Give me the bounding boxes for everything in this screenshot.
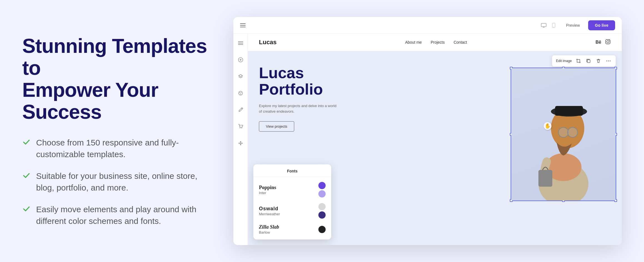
color-swatch-purple-deep[interactable] [318,211,326,219]
edit-image-label: Edit image [556,59,572,63]
font-row-3[interactable]: Zilla Slab Barlow [253,221,331,237]
svg-point-14 [241,128,242,128]
color-col-3 [318,226,326,233]
website-nav-icons: Bē [596,39,611,46]
golive-button[interactable]: Go live [588,20,615,30]
sidebar-icon-edit[interactable] [236,105,246,115]
app-topbar: Preview Go live [233,17,622,34]
svg-point-12 [240,94,241,95]
font-names-3: Zilla Slab Barlow [259,224,315,234]
svg-point-13 [239,128,240,128]
font-panel: Fonts Poppins Inter [253,164,331,239]
font-panel-header: Fonts [253,164,331,177]
features-list: Choose from 150 responsive and fully-cus… [22,137,217,227]
svg-point-2 [553,27,554,27]
more-options-icon[interactable] [605,58,612,64]
font-names-2: Oswald Merriweather [259,206,315,216]
image-edit-toolbar: Edit image [552,55,616,66]
color-col-2 [318,203,326,219]
duplicate-icon[interactable] [585,58,592,64]
svg-point-28 [568,127,578,137]
feature-item-2: Suitable for your business site, online … [22,170,217,194]
font-panel-list: Poppins Inter [253,177,331,239]
feature-item-1: Choose from 150 responsive and fully-cus… [22,137,217,160]
hero-cta-button[interactable]: View projects [259,121,294,132]
behance-icon: Bē [596,40,601,45]
desktop-icon[interactable] [540,21,548,29]
nav-link-projects[interactable]: Projects [431,40,445,45]
sidebar-icon-menu[interactable] [236,38,246,48]
feature-text-1: Choose from 150 responsive and fully-cus… [36,137,217,160]
svg-point-21 [610,61,611,61]
preview-button[interactable]: Preview [562,21,584,29]
check-icon-2 [22,171,31,180]
feature-text-3: Easily move elements and play around wit… [36,204,217,227]
check-icon-1 [22,138,31,146]
person-image: ✋ [511,68,616,201]
svg-rect-26 [555,106,583,116]
main-headline: Stunning Templates to Empower Your Succe… [22,35,217,123]
app-window: Preview Go live [233,17,622,245]
right-section: Preview Go live [233,11,622,251]
font-secondary-3: Barlow [259,230,315,234]
color-swatch-black[interactable] [318,226,326,233]
website-nav: Lucas About me Projects Contact Bē [248,34,622,51]
website-nav-links: About me Projects Contact [405,40,467,45]
font-secondary-1: Inter [259,191,315,195]
font-row-1[interactable]: Poppins Inter [253,179,331,200]
color-swatch-purple-light[interactable] [318,190,326,197]
sidebar-icon-palette[interactable] [236,88,246,98]
font-names-1: Poppins Inter [259,185,315,195]
svg-point-20 [608,61,609,61]
cursor-icon: ✋ [543,121,553,133]
svg-text:✋: ✋ [545,123,551,129]
feature-item-3: Easily move elements and play around wit… [22,204,217,227]
sidebar-icon-move[interactable] [236,138,246,148]
font-row-2[interactable]: Oswald Merriweather [253,200,331,221]
nav-link-contact[interactable]: Contact [454,40,467,45]
website-logo: Lucas [259,39,277,46]
mobile-icon[interactable] [550,21,558,29]
color-col-1 [318,182,326,197]
check-icon-3 [22,205,31,213]
svg-point-19 [606,61,607,61]
website-hero: Lucas Portfolio Explore my latest projec… [248,51,622,145]
color-swatch-gray[interactable] [318,203,326,210]
hero-subtitle: Explore my latest projects and delve int… [259,103,337,115]
feature-text-2: Suitable for your business site, online … [36,170,217,194]
svg-point-17 [609,40,610,41]
crop-icon[interactable] [575,58,582,64]
svg-point-11 [241,92,241,93]
canvas-area: Lucas About me Projects Contact Bē [248,34,622,245]
svg-point-9 [239,91,243,95]
device-icons [540,21,558,29]
image-edit-area[interactable]: Edit image [511,68,616,201]
svg-point-10 [239,92,240,93]
svg-rect-0 [541,23,546,27]
hamburger-icon[interactable] [240,23,246,27]
app-body: Lucas About me Projects Contact Bē [233,34,622,245]
sidebar-icon-cart[interactable] [236,122,246,132]
sidebar-icon-layers[interactable] [236,71,246,81]
font-secondary-2: Merriweather [259,212,315,216]
sidebar-icon-add[interactable] [236,55,246,65]
delete-icon[interactable] [595,58,602,64]
color-swatch-purple-dark[interactable] [318,182,326,189]
font-primary-3: Zilla Slab [259,224,315,230]
instagram-icon [605,39,611,46]
svg-point-16 [607,41,609,43]
topbar-right: Preview Go live [540,20,615,30]
svg-rect-18 [587,60,590,63]
font-primary-1: Poppins [259,185,315,191]
left-section: Stunning Templates to Empower Your Succe… [22,29,217,233]
svg-point-27 [558,127,568,137]
page-wrapper: Stunning Templates to Empower Your Succe… [0,0,644,262]
svg-rect-30 [538,170,552,187]
topbar-left [240,23,246,27]
nav-link-about[interactable]: About me [405,40,422,45]
app-sidebar [233,34,248,245]
font-primary-2: Oswald [259,206,315,212]
